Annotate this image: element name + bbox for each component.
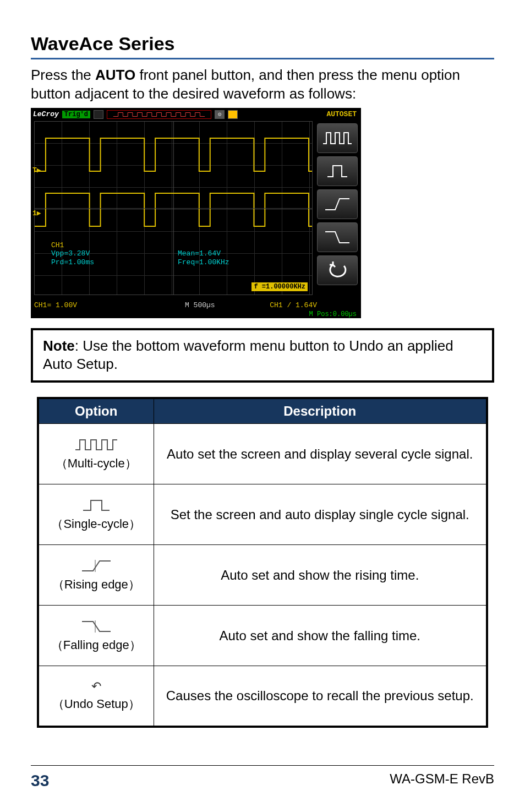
- table-row: （Falling edge） Auto set and show the fal…: [38, 606, 487, 666]
- opt-label: （Single-cycle）: [51, 516, 141, 532]
- table-row: （Single-cycle） Set the screen and auto d…: [38, 484, 487, 545]
- meas-ch1-label: CH1: [51, 241, 94, 250]
- brand-label: LeCroy: [33, 110, 59, 118]
- multi-cycle-icon: [74, 437, 118, 453]
- meas-vpp: Vpp=3.28V: [51, 249, 94, 258]
- undo-icon: ↶: [91, 679, 101, 694]
- note-label: Note: [43, 337, 75, 354]
- opt-label: （Undo Setup）: [52, 696, 140, 712]
- menu-undo-button[interactable]: [317, 255, 358, 285]
- menu-multi-cycle-button[interactable]: [317, 123, 358, 153]
- save-icon: [228, 110, 238, 119]
- menu-falling-edge-button[interactable]: [317, 222, 358, 252]
- settings-icon: ⚙: [215, 110, 225, 119]
- ch1-marker: 1▶: [32, 209, 41, 217]
- opt-label: （Falling edge）: [51, 637, 141, 653]
- page-title: WaveAce Series: [31, 33, 494, 59]
- col-description-header: Description: [154, 398, 487, 424]
- doc-id: WA-GSM-E RevB: [390, 771, 494, 790]
- table-row: （Rising edge） Auto set and show the risi…: [38, 545, 487, 606]
- menu-rising-edge-button[interactable]: [317, 189, 358, 219]
- options-table: Option Description （Multi-cycle） Auto se…: [37, 397, 488, 728]
- run-icon: [94, 110, 103, 119]
- page-footer: 33 WA-GSM-E RevB: [31, 765, 494, 790]
- opt-label: （Rising edge）: [52, 576, 140, 593]
- opt-desc: Causes the oscilloscope to recall the pr…: [154, 666, 487, 727]
- meas-mean: Mean=1.64V: [178, 249, 229, 258]
- meas-freq: Freq=1.00KHz: [178, 258, 229, 267]
- page-number: 33: [31, 771, 49, 790]
- opt-desc: Set the screen and auto display single c…: [154, 484, 487, 545]
- opt-desc: Auto set and show the falling time.: [154, 606, 487, 666]
- intro-pre: Press the: [31, 67, 95, 83]
- col-option-header: Option: [38, 398, 154, 424]
- freq-badge: f =1.00000KHz: [251, 282, 308, 291]
- bottom-ch1: CH1= 1.00V: [34, 301, 77, 309]
- opt-label: （Multi-cycle）: [56, 455, 137, 472]
- intro-bold: AUTO: [95, 67, 135, 83]
- trigger-marker: T▶: [32, 166, 41, 175]
- autoset-label: AUTOSET: [326, 110, 357, 118]
- waveform-upper: [35, 133, 312, 177]
- meas-prd: Prd=1.00ms: [51, 258, 94, 267]
- menu-single-cycle-button[interactable]: [317, 156, 358, 186]
- trigger-status: Trig'd: [62, 111, 90, 118]
- scope-grid: T▶ 1▶ CH1 Vpp=3.28V Prd=1.00ms Mean=1.64…: [34, 121, 313, 295]
- note-box: Note: Use the bottom waveform menu butto…: [31, 328, 494, 383]
- bottom-trigger: CH1 / 1.64V: [270, 301, 317, 309]
- bottom-position: M Pos:0.00µs: [309, 310, 357, 318]
- waveform-lower: [35, 188, 312, 232]
- opt-desc: Auto set and show the rising time.: [154, 545, 487, 606]
- rising-edge-icon: [74, 558, 118, 574]
- scope-top-bar: LeCroy Trig'd ⚙ AUTOSET: [31, 108, 361, 121]
- measurements-right: Mean=1.64V Freq=1.00KHz: [178, 241, 229, 267]
- note-text: : Use the bottom waveform menu button to…: [43, 337, 453, 373]
- bottom-timebase: M 500µs: [185, 301, 215, 309]
- measurements-left: CH1 Vpp=3.28V Prd=1.00ms: [51, 241, 94, 267]
- scope-side-menu: [317, 123, 358, 285]
- falling-edge-icon: [74, 618, 118, 635]
- opt-desc: Auto set the screen and display several …: [154, 424, 487, 484]
- scope-bottom-bar: CH1= 1.00V M 500µs CH1 / 1.64V M Pos:0.0…: [31, 298, 361, 318]
- table-row: （Multi-cycle） Auto set the screen and di…: [38, 424, 487, 484]
- single-cycle-icon: [74, 497, 118, 514]
- intro-text: Press the AUTO front panel button, and t…: [31, 66, 494, 103]
- oscilloscope-screenshot: LeCroy Trig'd ⚙ AUTOSET T▶ 1▶ CH1 Vpp=3.…: [31, 108, 361, 318]
- overview-waveform: [107, 110, 211, 119]
- table-row: ↶ （Undo Setup） Causes the oscilloscope t…: [38, 666, 487, 727]
